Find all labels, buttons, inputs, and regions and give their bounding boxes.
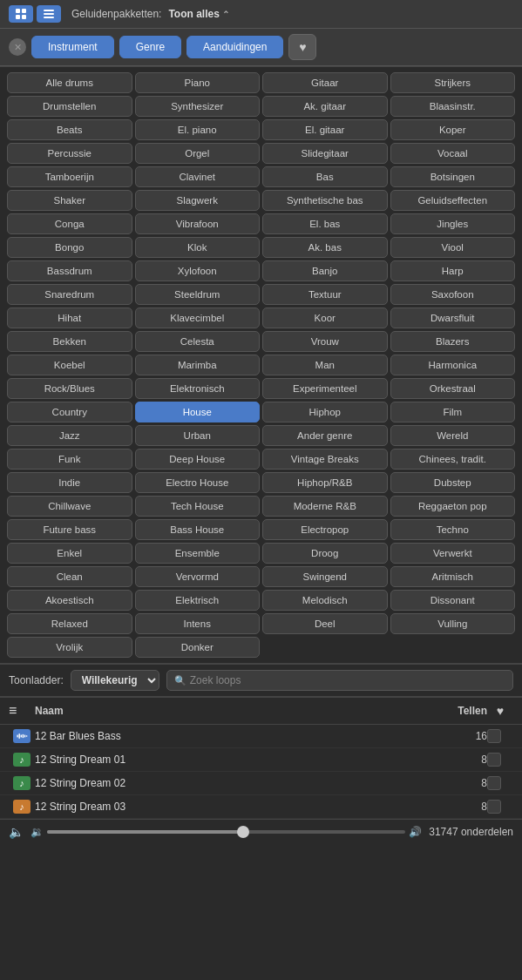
grid-cell[interactable]: Snaredrum	[7, 284, 132, 305]
grid-cell[interactable]: Steeldrum	[135, 284, 261, 305]
grid-cell[interactable]: Future bass	[7, 519, 132, 540]
favorite-checkbox[interactable]	[487, 776, 501, 790]
grid-cell[interactable]: Enkel	[7, 543, 132, 564]
grid-cell[interactable]: Jazz	[7, 425, 132, 446]
toon-alles-button[interactable]: Toon alles ⌃	[168, 8, 228, 20]
grid-cell[interactable]: Chinees, tradit.	[390, 449, 516, 470]
grid-cell[interactable]: Shaker	[7, 190, 132, 211]
grid-cell[interactable]: Rock/Blues	[7, 378, 132, 399]
grid-cell[interactable]: Saxofoon	[390, 284, 516, 305]
grid-cell[interactable]: Elektrisch	[135, 590, 261, 611]
grid-cell[interactable]: Bas	[262, 166, 388, 187]
grid-cell[interactable]: Dubstep	[390, 472, 516, 493]
search-bar[interactable]: 🔍 Zoek loops	[166, 670, 513, 691]
favorite-checkbox[interactable]	[487, 753, 501, 767]
grid-cell[interactable]: Slagwerk	[135, 190, 261, 211]
tab-aanduidingen[interactable]: Aanduidingen	[186, 36, 283, 58]
grid-cell[interactable]: Dwarsfluit	[390, 308, 516, 328]
grid-cell[interactable]: Ensemble	[135, 543, 261, 564]
grid-cell[interactable]: Ak. bas	[262, 237, 388, 258]
list-item[interactable]: ♪12 String Dream 018	[0, 748, 522, 772]
volume-slider-track[interactable]	[47, 830, 405, 834]
row-favorite[interactable]	[487, 776, 513, 790]
grid-cell[interactable]: Chillwave	[7, 496, 132, 517]
grid-cell[interactable]: Beats	[7, 119, 132, 140]
grid-cell[interactable]: Blaasinstr.	[390, 96, 516, 117]
grid-cell[interactable]: Koor	[262, 308, 388, 328]
grid-cell[interactable]: Deep House	[135, 449, 261, 470]
grid-cell[interactable]: Vrouw	[262, 331, 388, 352]
grid-cell[interactable]: Tech House	[135, 496, 261, 517]
tab-genre[interactable]: Genre	[119, 36, 181, 58]
grid-cell[interactable]: Conga	[7, 213, 132, 234]
grid-cell[interactable]: El. bas	[262, 213, 388, 234]
grid-cell[interactable]: Hiphop/R&B	[262, 472, 388, 493]
grid-cell[interactable]: Bongo	[7, 237, 132, 258]
grid-cell[interactable]: Vulling	[390, 613, 516, 634]
grid-cell[interactable]: Donker	[135, 637, 261, 658]
grid-cell[interactable]: Alle drums	[7, 72, 132, 93]
row-favorite[interactable]	[487, 729, 513, 743]
grid-cell[interactable]: Gitaar	[262, 72, 388, 93]
grid-cell[interactable]: Banjo	[262, 260, 388, 281]
grid-cell[interactable]: El. piano	[135, 119, 261, 140]
grid-cell[interactable]: Strijkers	[390, 72, 516, 93]
grid-cell[interactable]: Verwerkt	[390, 543, 516, 564]
list-item[interactable]: ♪12 String Dream 038	[0, 795, 522, 819]
list-item[interactable]: 12 Bar Blues Bass16	[0, 725, 522, 748]
grid-cell[interactable]: Deel	[262, 613, 388, 634]
grid-cell[interactable]: Droog	[262, 543, 388, 564]
grid-cell[interactable]: Synthetische bas	[262, 190, 388, 211]
grid-cell[interactable]: Ander genre	[262, 425, 388, 446]
grid-cell[interactable]: Bass House	[135, 519, 261, 540]
grid-cell[interactable]: Ak. gitaar	[262, 96, 388, 117]
volume-slider-container[interactable]: 🔉 🔊	[31, 826, 422, 838]
grid-cell[interactable]: Koper	[390, 119, 516, 140]
grid-cell[interactable]: Jingles	[390, 213, 516, 234]
grid-cell[interactable]: Bekken	[7, 331, 132, 352]
grid-cell[interactable]: Koebel	[7, 355, 132, 375]
tab-instrument[interactable]: Instrument	[31, 36, 114, 58]
grid-cell[interactable]: Clean	[7, 566, 132, 587]
grid-cell[interactable]: Relaxed	[7, 613, 132, 634]
grid-cell[interactable]: Orkestraal	[390, 378, 516, 399]
grid-cell[interactable]: Harmonica	[390, 355, 516, 375]
grid-cell[interactable]: Bassdrum	[7, 260, 132, 281]
grid-cell[interactable]: Hihat	[7, 308, 132, 328]
grid-cell[interactable]: Wereld	[390, 425, 516, 446]
grid-cell[interactable]: Swingend	[262, 566, 388, 587]
grid-cell[interactable]: Celesta	[135, 331, 261, 352]
grid-cell[interactable]: Slidegitaar	[262, 143, 388, 164]
grid-cell[interactable]: Botsingen	[390, 166, 516, 187]
grid-cell[interactable]: Vervormd	[135, 566, 261, 587]
grid-cell[interactable]: Clavinet	[135, 166, 261, 187]
grid-cell[interactable]: Vintage Breaks	[262, 449, 388, 470]
grid-cell[interactable]: Melodisch	[262, 590, 388, 611]
grid-cell[interactable]: Intens	[135, 613, 261, 634]
grid-cell[interactable]: Xylofoon	[135, 260, 261, 281]
grid-cell[interactable]: Harp	[390, 260, 516, 281]
grid-cell[interactable]: Marimba	[135, 355, 261, 375]
grid-cell[interactable]: Tamboerijn	[7, 166, 132, 187]
grid-cell[interactable]: Electro House	[135, 472, 261, 493]
grid-cell[interactable]: Moderne R&B	[262, 496, 388, 517]
grid-cell[interactable]: Electropop	[262, 519, 388, 540]
favorites-tab-button[interactable]: ♥	[288, 34, 316, 60]
grid-cell[interactable]: Elektronisch	[135, 378, 261, 399]
toonladder-select[interactable]: Willekeurig	[71, 670, 159, 691]
grid-cell[interactable]: Experimenteel	[262, 378, 388, 399]
grid-cell[interactable]: Film	[390, 402, 516, 422]
row-favorite[interactable]	[487, 800, 513, 814]
grid-cell[interactable]: Orgel	[135, 143, 261, 164]
grid-cell[interactable]: Drumstellen	[7, 96, 132, 117]
grid-cell[interactable]: Geluidseffecten	[390, 190, 516, 211]
list-view-button[interactable]	[37, 5, 61, 23]
grid-cell[interactable]: Klok	[135, 237, 261, 258]
grid-cell[interactable]: Reggaeton pop	[390, 496, 516, 517]
grid-cell[interactable]: Vocaal	[390, 143, 516, 164]
favorite-checkbox[interactable]	[487, 729, 501, 743]
grid-cell[interactable]: Vibrafoon	[135, 213, 261, 234]
grid-cell[interactable]: Indie	[7, 472, 132, 493]
row-favorite[interactable]	[487, 753, 513, 767]
grid-cell[interactable]: El. gitaar	[262, 119, 388, 140]
